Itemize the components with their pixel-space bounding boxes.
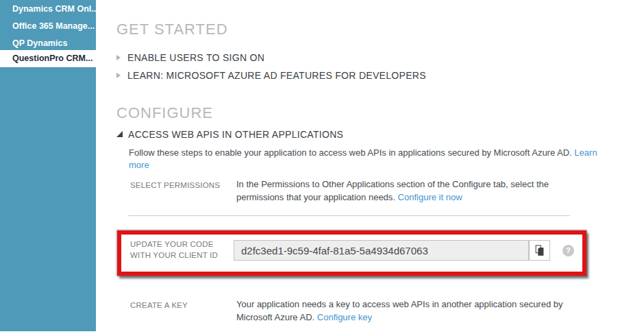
- section-access-web-apis[interactable]: ACCESS WEB APIS IN OTHER APPLICATIONS: [116, 129, 343, 140]
- sidebar-item-dynamics-crm-online[interactable]: Dynamics CRM Onl...: [0, 1, 96, 18]
- update-client-id-label: UPDATE YOUR CODE WITH YOUR CLIENT ID: [130, 239, 232, 261]
- copy-button[interactable]: [529, 240, 550, 261]
- section-label: ENABLE USERS TO SIGN ON: [127, 52, 264, 63]
- section-label: LEARN: MICROSOFT AZURE AD FEATURES FOR D…: [127, 70, 426, 81]
- get-started-heading: GET STARTED: [116, 21, 228, 38]
- azure-ad-configure-page: Dynamics CRM Onl... Office 365 Manage...…: [0, 0, 644, 334]
- access-web-apis-description: Follow these steps to enable your applic…: [129, 147, 608, 171]
- applications-sidebar: Dynamics CRM Onl... Office 365 Manage...…: [0, 0, 96, 331]
- select-permissions-label: SELECT PERMISSIONS: [130, 180, 232, 191]
- configure-heading: CONFIGURE: [116, 104, 213, 122]
- chevron-right-icon: [116, 55, 121, 60]
- client-id-input[interactable]: [234, 240, 529, 261]
- configure-key-link[interactable]: Configure key: [317, 312, 372, 322]
- copy-icon: [534, 244, 546, 257]
- description-text: Your application needs a key to access w…: [236, 299, 563, 322]
- section-enable-users-sign-on[interactable]: ENABLE USERS TO SIGN ON: [116, 52, 264, 63]
- configure-it-now-link[interactable]: Configure it now: [398, 192, 462, 202]
- select-permissions-description: In the Permissions to Other Applications…: [236, 178, 584, 204]
- section-learn-azure-ad-features[interactable]: LEARN: MICROSOFT AZURE AD FEATURES FOR D…: [116, 70, 426, 81]
- section-label: ACCESS WEB APIS IN OTHER APPLICATIONS: [128, 129, 343, 140]
- triangle-expanded-icon: [116, 131, 123, 137]
- sidebar-item-questionpro-crm[interactable]: QuestionPro CRM...: [0, 50, 96, 67]
- help-icon[interactable]: ?: [562, 245, 574, 257]
- create-a-key-description: Your application needs a key to access w…: [236, 298, 584, 324]
- description-text: In the Permissions to Other Applications…: [236, 179, 549, 202]
- sidebar-item-office-365-management[interactable]: Office 365 Manage...: [0, 18, 96, 35]
- create-a-key-label: CREATE A KEY: [130, 300, 232, 311]
- row-separator: [128, 215, 570, 216]
- chevron-right-icon: [116, 73, 121, 78]
- description-text: Follow these steps to enable your applic…: [129, 147, 572, 158]
